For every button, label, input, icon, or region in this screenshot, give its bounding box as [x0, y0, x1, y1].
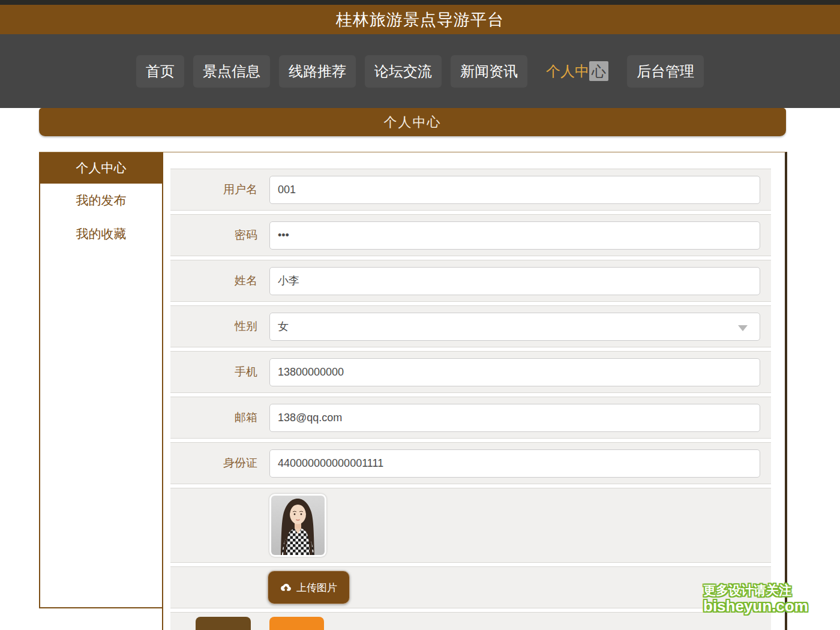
sidebar-item-my-posts[interactable]: 我的发布	[40, 184, 162, 217]
form-row-upload: 上传图片	[170, 566, 771, 608]
username-field[interactable]	[269, 176, 760, 204]
fullname-field[interactable]	[269, 267, 760, 295]
password-label: 密码	[170, 227, 269, 243]
window-top-strip	[0, 0, 840, 5]
form-row-gender: 性别 女	[170, 305, 771, 347]
nav-item-attractions[interactable]: 景点信息	[193, 55, 270, 88]
profile-photo	[269, 494, 326, 557]
email-field[interactable]	[269, 404, 760, 432]
nav-item-personal-center[interactable]: 个人中心	[540, 55, 614, 88]
page-banner: 个人中心	[39, 108, 786, 136]
cloud-upload-icon	[280, 583, 292, 592]
username-label: 用户名	[170, 182, 269, 197]
gender-select[interactable]: 女	[269, 313, 760, 341]
watermark-line1: 更多设计请关注	[703, 583, 808, 598]
nav-item-admin[interactable]: 后台管理	[627, 55, 704, 88]
id-card-label: 身份证	[170, 455, 269, 471]
profile-form: 用户名 密码 姓名 性别 女 手机 邮箱 身份证	[162, 152, 785, 630]
nav-personal-prefix: 个人中	[546, 63, 589, 79]
form-row-phone: 手机	[170, 351, 771, 393]
form-row-password: 密码	[170, 214, 771, 256]
nav-item-home[interactable]: 首页	[136, 55, 184, 88]
phone-field[interactable]	[269, 358, 760, 386]
form-row-actions	[170, 612, 771, 630]
id-card-field[interactable]	[269, 449, 760, 478]
upload-image-button[interactable]: 上传图片	[268, 571, 350, 604]
content-container: 个人中心 我的发布 我的收藏 用户名 密码 姓名 性别 女 手机	[39, 152, 787, 630]
fullname-label: 姓名	[170, 273, 269, 289]
form-row-username: 用户名	[170, 169, 771, 211]
main-nav: 首页 景点信息 线路推荐 论坛交流 新闻资讯 个人中心 后台管理	[0, 34, 840, 108]
upload-button-label: 上传图片	[296, 581, 337, 595]
nav-item-news[interactable]: 新闻资讯	[451, 55, 527, 88]
sidebar: 个人中心 我的发布 我的收藏	[39, 152, 162, 608]
nav-item-routes[interactable]: 线路推荐	[279, 55, 356, 88]
save-button[interactable]	[196, 617, 251, 630]
watermark-line2: bisheyun.com	[703, 598, 808, 616]
form-row-email: 邮箱	[170, 397, 771, 439]
chevron-down-icon	[738, 325, 748, 331]
form-row-id-card: 身份证	[170, 442, 771, 484]
nav-personal-selected-char: 心	[589, 61, 608, 81]
sidebar-item-my-favorites[interactable]: 我的收藏	[40, 217, 162, 251]
form-row-photo	[170, 488, 771, 563]
password-field[interactable]	[269, 221, 760, 250]
profile-photo-image	[271, 496, 325, 555]
sidebar-item-personal-center[interactable]: 个人中心	[40, 152, 162, 184]
site-header: 桂林旅游景点导游平台	[0, 5, 840, 34]
email-label: 邮箱	[170, 410, 269, 425]
phone-label: 手机	[170, 364, 269, 380]
gender-label: 性别	[170, 319, 269, 334]
watermark: 更多设计请关注 bisheyun.com	[703, 583, 808, 616]
gender-selected-value: 女	[278, 319, 289, 334]
nav-item-forum[interactable]: 论坛交流	[365, 55, 442, 88]
page-banner-title: 个人中心	[384, 113, 442, 131]
reset-button[interactable]	[269, 617, 324, 630]
site-title: 桂林旅游景点导游平台	[336, 9, 504, 31]
form-row-fullname: 姓名	[170, 260, 771, 302]
